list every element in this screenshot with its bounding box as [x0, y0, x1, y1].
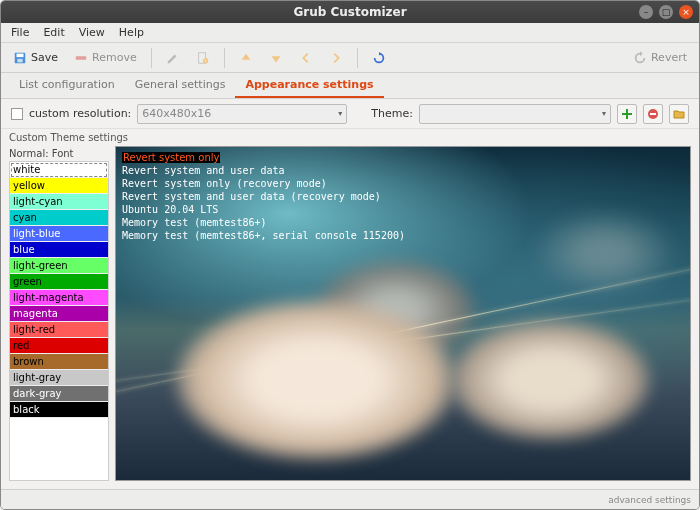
edit-button — [160, 48, 186, 68]
color-list[interactable]: whiteyellowlight-cyancyanlight-bluebluel… — [9, 161, 109, 481]
revert-button: Revert — [627, 48, 693, 68]
color-row-cyan[interactable]: cyan — [10, 210, 108, 226]
svg-rect-8 — [650, 113, 656, 115]
tab-general-settings[interactable]: General settings — [125, 73, 236, 98]
new-button: + — [190, 48, 216, 68]
separator — [357, 48, 358, 68]
titlebar[interactable]: Grub Customizer – □ × — [1, 1, 699, 23]
menubar: File Edit View Help — [1, 23, 699, 43]
color-row-dark-gray[interactable]: dark-gray — [10, 386, 108, 402]
custom-resolution-value: 640x480x16 — [142, 107, 211, 120]
normal-font-label: Normal: Font — [9, 146, 109, 161]
chevron-right-icon — [329, 51, 343, 65]
color-row-light-blue[interactable]: light-blue — [10, 226, 108, 242]
tab-list-configuration[interactable]: List configuration — [9, 73, 125, 98]
app-window: Grub Customizer – □ × File Edit View Hel… — [0, 0, 700, 510]
minus-circle-icon — [647, 108, 659, 120]
theme-folder-button[interactable] — [669, 104, 689, 124]
chevron-down-icon: ▾ — [338, 109, 342, 118]
svg-rect-3 — [76, 56, 87, 60]
theme-remove-button[interactable] — [643, 104, 663, 124]
arrow-up-icon — [239, 51, 253, 65]
menu-file[interactable]: File — [5, 24, 35, 41]
preview-pane: Revert system only Revert system and use… — [115, 146, 691, 481]
theme-add-button[interactable] — [617, 104, 637, 124]
svg-rect-1 — [17, 53, 24, 57]
menu-edit[interactable]: Edit — [37, 24, 70, 41]
svg-rect-2 — [17, 58, 22, 62]
remove-button: Remove — [68, 48, 143, 68]
status-right: advanced settings — [608, 495, 691, 505]
custom-resolution-checkbox[interactable] — [11, 108, 23, 120]
revert-label: Revert — [651, 51, 687, 64]
tab-bar: List configuration General settings Appe… — [1, 73, 699, 99]
chevron-down-icon: ▾ — [602, 109, 606, 118]
custom-resolution-dropdown[interactable]: 640x480x16 ▾ — [137, 104, 347, 124]
pencil-icon — [166, 51, 180, 65]
settings-row: custom resolution: 640x480x16 ▾ Theme: ▾ — [1, 99, 699, 129]
color-row-black[interactable]: black — [10, 402, 108, 418]
color-row-brown[interactable]: brown — [10, 354, 108, 370]
separator — [151, 48, 152, 68]
arrow-down-icon — [269, 51, 283, 65]
svg-text:+: + — [203, 58, 207, 63]
remove-label: Remove — [92, 51, 137, 64]
theme-dropdown[interactable]: ▾ — [419, 104, 611, 124]
menu-help[interactable]: Help — [113, 24, 150, 41]
grub-menu-preview: Revert system only Revert system and use… — [122, 151, 405, 242]
color-row-light-gray[interactable]: light-gray — [10, 370, 108, 386]
color-row-light-red[interactable]: light-red — [10, 322, 108, 338]
window-controls: – □ × — [639, 5, 693, 19]
reload-button[interactable] — [366, 48, 392, 68]
window-title: Grub Customizer — [1, 5, 699, 19]
remove-icon — [74, 51, 88, 65]
folder-icon — [673, 108, 685, 120]
revert-icon — [633, 51, 647, 65]
statusbar: advanced settings — [1, 489, 699, 509]
tab-appearance-settings[interactable]: Appearance settings — [235, 73, 383, 98]
color-row-light-magenta[interactable]: light-magenta — [10, 290, 108, 306]
separator — [224, 48, 225, 68]
theme-label: Theme: — [371, 107, 413, 120]
color-row-white[interactable]: white — [10, 162, 108, 178]
color-row-blue[interactable]: blue — [10, 242, 108, 258]
main-area: Normal: Font whiteyellowlight-cyancyanli… — [1, 146, 699, 489]
chevron-left-icon — [299, 51, 313, 65]
close-button[interactable]: × — [679, 5, 693, 19]
custom-theme-label: Custom Theme settings — [1, 129, 699, 146]
save-button[interactable]: Save — [7, 48, 64, 68]
menu-view[interactable]: View — [73, 24, 111, 41]
minimize-button[interactable]: – — [639, 5, 653, 19]
plus-icon — [621, 108, 633, 120]
color-row-yellow[interactable]: yellow — [10, 178, 108, 194]
save-icon — [13, 51, 27, 65]
custom-resolution-label: custom resolution: — [29, 107, 131, 120]
color-row-red[interactable]: red — [10, 338, 108, 354]
up-button — [233, 48, 259, 68]
color-panel: Normal: Font whiteyellowlight-cyancyanli… — [9, 146, 109, 481]
color-row-green[interactable]: green — [10, 274, 108, 290]
color-row-light-cyan[interactable]: light-cyan — [10, 194, 108, 210]
save-label: Save — [31, 51, 58, 64]
left-button — [293, 48, 319, 68]
color-row-light-green[interactable]: light-green — [10, 258, 108, 274]
toolbar: Save Remove + Re — [1, 43, 699, 73]
document-new-icon: + — [196, 51, 210, 65]
down-button — [263, 48, 289, 68]
right-button — [323, 48, 349, 68]
reload-icon — [372, 51, 386, 65]
color-row-magenta[interactable]: magenta — [10, 306, 108, 322]
maximize-button[interactable]: □ — [659, 5, 673, 19]
